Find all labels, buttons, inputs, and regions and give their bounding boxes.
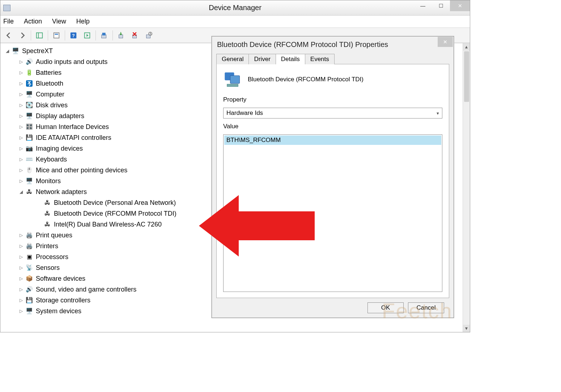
- expand-icon[interactable]: ▷: [18, 276, 24, 281]
- tree-label: Batteries: [36, 67, 61, 78]
- ok-button[interactable]: OK: [367, 302, 404, 313]
- chevron-down-icon: ▾: [437, 111, 439, 116]
- expand-icon[interactable]: ▷: [18, 124, 24, 129]
- sensor-icon: 📡: [26, 264, 33, 271]
- tree-label: IDE ATA/ATAPI controllers: [36, 132, 111, 143]
- minimize-button[interactable]: —: [414, 0, 432, 11]
- tab-events[interactable]: Events: [305, 54, 335, 64]
- cancel-button[interactable]: Cancel: [408, 302, 444, 313]
- titlebar: Device Manager — ☐ ✕: [0, 0, 470, 16]
- forward-icon[interactable]: [16, 30, 29, 41]
- tree-label: Intel(R) Dual Band Wireless-AC 7260: [54, 219, 162, 230]
- scan-hardware-icon[interactable]: [98, 30, 110, 41]
- expand-icon[interactable]: ▷: [18, 254, 24, 259]
- computer-icon: 🖥️: [12, 47, 19, 55]
- menu-action[interactable]: Action: [24, 18, 42, 25]
- tree-label: Bluetooth Device (RFCOMM Protocol TDI): [54, 208, 177, 219]
- tree-label: Software devices: [36, 273, 85, 284]
- dialog-title: Bluetooth Device (RFCOMM Protocol TDI) P…: [217, 40, 388, 49]
- sound-icon: 🔊: [26, 286, 33, 293]
- uninstall-icon[interactable]: [129, 30, 141, 41]
- action-icon[interactable]: [81, 30, 93, 41]
- expand-icon[interactable]: ▷: [18, 103, 24, 108]
- dialog-buttons: OK Cancel: [216, 298, 449, 313]
- tree-label: Bluetooth Device (Personal Area Network): [54, 197, 176, 208]
- expand-icon[interactable]: ▷: [18, 59, 24, 64]
- back-icon[interactable]: [3, 30, 15, 41]
- expand-icon[interactable]: ▷: [18, 168, 24, 173]
- tree-label: SpectreXT: [22, 46, 53, 56]
- speaker-icon: 🔊: [26, 58, 33, 65]
- system-icon: 🖥️: [26, 307, 33, 315]
- value-listbox[interactable]: BTH\MS_RFCOMM: [223, 134, 442, 292]
- expand-icon[interactable]: ▷: [18, 135, 24, 140]
- network-adapter-icon: 🖧: [44, 221, 51, 228]
- scroll-thumb[interactable]: [464, 51, 469, 102]
- svg-rect-9: [102, 33, 106, 35]
- device-header: Bluetooth Device (RFCOMM Protocol TDI): [223, 70, 442, 89]
- expand-icon[interactable]: ▷: [18, 265, 24, 270]
- tree-label: Monitors: [36, 176, 61, 186]
- svg-rect-16: [230, 76, 240, 83]
- network-icon: 🖧: [26, 188, 33, 195]
- svg-rect-2: [54, 33, 59, 38]
- tab-details[interactable]: Details: [276, 54, 305, 64]
- camera-icon: 📷: [26, 145, 33, 152]
- expand-icon[interactable]: ▷: [18, 287, 24, 292]
- tree-label: Sensors: [36, 262, 60, 273]
- show-hide-tree-icon[interactable]: [33, 30, 46, 41]
- expand-icon[interactable]: ▷: [18, 233, 24, 238]
- tree-label: Print queues: [36, 230, 72, 241]
- menu-help[interactable]: Help: [76, 18, 90, 25]
- device-icon: [223, 70, 242, 89]
- battery-icon: 🔋: [26, 69, 33, 76]
- tree-label: Audio inputs and outputs: [36, 56, 107, 67]
- tab-driver[interactable]: Driver: [248, 54, 276, 64]
- storage-icon: 💾: [26, 297, 33, 304]
- property-label: Property: [223, 96, 442, 103]
- expand-icon[interactable]: ▷: [18, 298, 24, 303]
- svg-rect-3: [55, 34, 58, 35]
- window-title: Device Manager: [0, 4, 470, 12]
- keyboard-icon: ⌨️: [26, 156, 33, 163]
- bluetooth-icon: [26, 80, 33, 87]
- expand-icon[interactable]: ▷: [18, 157, 24, 162]
- expand-icon[interactable]: ▷: [18, 81, 24, 86]
- tree-label: Computer: [36, 89, 64, 100]
- property-dropdown[interactable]: Hardware Ids ▾: [223, 108, 442, 119]
- expand-icon[interactable]: ▷: [18, 309, 24, 314]
- disk-icon: 💽: [26, 102, 33, 109]
- vertical-scrollbar[interactable]: ▲ ▼: [463, 43, 470, 332]
- help-icon[interactable]: ?: [67, 30, 80, 41]
- svg-rect-0: [37, 33, 43, 38]
- scroll-up-icon[interactable]: ▲: [463, 43, 470, 51]
- expand-icon[interactable]: ▷: [18, 178, 24, 184]
- dialog-body: General Driver Details Events Bluetooth …: [212, 52, 454, 318]
- svg-marker-7: [86, 34, 89, 36]
- maximize-button[interactable]: ☐: [432, 0, 450, 11]
- collapse-icon[interactable]: ◢: [5, 48, 10, 53]
- properties-icon[interactable]: [50, 30, 63, 41]
- expand-icon[interactable]: ▷: [18, 244, 24, 249]
- dialog-close-button[interactable]: ✕: [438, 37, 453, 47]
- value-item[interactable]: BTH\MS_RFCOMM: [224, 135, 441, 145]
- menu-view[interactable]: View: [52, 18, 66, 25]
- expand-icon[interactable]: ▷: [18, 146, 24, 151]
- tree-label: Imaging devices: [36, 143, 83, 154]
- monitor-icon: 🖥️: [26, 177, 33, 185]
- tree-label: Printers: [36, 241, 58, 251]
- expand-icon[interactable]: ▷: [18, 92, 24, 97]
- update-driver-icon[interactable]: [115, 30, 127, 41]
- expand-icon[interactable]: ▷: [18, 113, 24, 119]
- tree-label: Sound, video and game controllers: [36, 284, 136, 295]
- expand-icon[interactable]: ▷: [18, 70, 24, 75]
- disable-icon[interactable]: [143, 30, 155, 41]
- svg-text:?: ?: [72, 33, 75, 38]
- window-controls: — ☐ ✕: [414, 0, 470, 11]
- menu-file[interactable]: File: [3, 18, 14, 25]
- tab-general[interactable]: General: [216, 54, 249, 64]
- tab-panel-details: Bluetooth Device (RFCOMM Protocol TDI) P…: [216, 64, 449, 298]
- scroll-down-icon[interactable]: ▼: [463, 325, 470, 332]
- collapse-icon[interactable]: ◢: [18, 189, 24, 194]
- close-button[interactable]: ✕: [450, 0, 470, 11]
